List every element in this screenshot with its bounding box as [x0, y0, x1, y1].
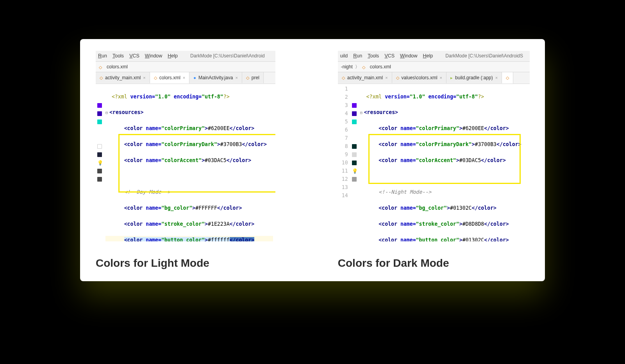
left-pane: Run Tools VCS Window Help DarkMode [C:\U… — [96, 51, 275, 269]
swatch-button-color — [352, 161, 357, 165]
xml-file-icon — [99, 64, 104, 70]
swatch-stroke-color — [97, 152, 102, 157]
close-icon[interactable]: × — [183, 75, 185, 81]
menu-window[interactable]: Window — [400, 52, 417, 60]
menu-help[interactable]: Help — [423, 52, 433, 60]
ide-right: uild Run Tools VCS Window Help DarkMode … — [338, 51, 530, 241]
menu-tools[interactable]: Tools — [112, 52, 124, 60]
close-icon[interactable]: × — [235, 75, 238, 81]
xml-file-icon — [246, 74, 249, 81]
menubar: Run Tools VCS Window Help DarkMode [C:\U… — [96, 51, 275, 62]
menu-run[interactable]: Run — [353, 52, 362, 60]
swatch-bg-color — [97, 144, 102, 149]
comparison-card: Run Tools VCS Window Help DarkMode [C:\U… — [80, 39, 545, 281]
breadcrumb: colors.xml — [96, 62, 275, 72]
line-number-gutter: 1234567891011121314 — [338, 84, 350, 241]
ide-left: Run Tools VCS Window Help DarkMode [C:\U… — [96, 51, 275, 241]
close-icon[interactable]: × — [495, 75, 498, 81]
xml-file-icon — [100, 74, 103, 81]
swatch-colorPrimary — [352, 103, 357, 108]
code-area[interactable]: <?xml version="1.0" encoding="utf-8"?> ⊟… — [105, 84, 275, 241]
gradle-file-icon — [450, 74, 453, 81]
xml-file-icon — [396, 74, 399, 81]
caption-left: Colors for Light Mode — [96, 257, 275, 269]
tab-prel[interactable]: prel — [242, 72, 264, 83]
menu-window[interactable]: Window — [145, 52, 162, 60]
java-file-icon — [193, 74, 196, 81]
tab-activity-main[interactable]: activity_main.xml× — [96, 72, 150, 83]
project-path: DarkMode [C:\Users\Daniel\Android — [190, 52, 265, 59]
chevron-right-icon: 〉 — [355, 63, 360, 70]
breadcrumb-file[interactable]: colors.xml — [370, 63, 391, 70]
swatch-version-text-color — [97, 177, 102, 182]
xml-file-icon — [506, 74, 509, 81]
breadcrumb-folder[interactable]: -night — [341, 63, 353, 70]
swatch-colorAccent — [97, 120, 102, 124]
code-area[interactable]: <?xml version="1.0" encoding="utf-8"?> ⊟… — [359, 84, 530, 241]
gutter-swatches: 💡 — [350, 84, 359, 241]
close-icon[interactable]: × — [385, 75, 388, 81]
right-pane: uild Run Tools VCS Window Help DarkMode … — [338, 51, 530, 269]
tab-build-gradle[interactable]: build.gradle (:app)× — [446, 72, 502, 83]
editor-tabs: activity_main.xml× values\colors.xml× bu… — [338, 72, 530, 84]
menu-run[interactable]: Run — [98, 52, 107, 60]
tab-colors[interactable]: colors.xml× — [150, 72, 189, 84]
swatch-stroke-color — [352, 152, 357, 157]
swatch-version-text-color — [352, 177, 357, 182]
project-path: DarkMode [C:\Users\Daniel\AndroidS — [445, 52, 523, 59]
menu-vcs[interactable]: VCS — [129, 52, 139, 60]
xml-file-icon — [362, 64, 368, 70]
xml-file-icon — [342, 74, 345, 81]
editor-tabs: activity_main.xml× colors.xml× MainActiv… — [96, 72, 275, 84]
menu-build-clip[interactable]: uild — [340, 52, 348, 60]
swatch-colorPrimaryDark — [97, 111, 102, 116]
lightbulb-icon[interactable]: 💡 — [97, 160, 103, 166]
tab-mainactivity[interactable]: MainActivity.java× — [189, 72, 242, 83]
lightbulb-icon[interactable]: 💡 — [352, 168, 358, 174]
menu-tools[interactable]: Tools — [368, 52, 379, 60]
breadcrumb: -night 〉 colors.xml — [338, 62, 530, 72]
swatch-title-text-color — [97, 169, 102, 173]
caption-right: Colors for Dark Mode — [338, 257, 530, 269]
swatch-colorAccent — [352, 120, 357, 124]
code-editor[interactable]: 1234567891011121314 💡 <?xml version="1.0… — [338, 84, 530, 241]
tab-colors-night[interactable] — [502, 72, 513, 84]
menubar: uild Run Tools VCS Window Help DarkMode … — [338, 51, 530, 62]
tab-values-colors[interactable]: values\colors.xml× — [392, 72, 446, 83]
menu-help[interactable]: Help — [168, 52, 178, 60]
swatch-bg-color — [352, 144, 357, 149]
breadcrumb-file[interactable]: colors.xml — [107, 63, 128, 70]
code-editor[interactable]: 💡 <?xml version="1.0" encoding="utf-8"?>… — [96, 84, 275, 241]
swatch-colorPrimaryDark — [352, 111, 357, 116]
tab-activity-main[interactable]: activity_main.xml× — [338, 72, 392, 83]
menu-vcs[interactable]: VCS — [384, 52, 395, 60]
swatch-colorPrimary — [97, 103, 102, 108]
xml-file-icon — [154, 74, 157, 81]
close-icon[interactable]: × — [143, 75, 145, 81]
close-icon[interactable]: × — [440, 75, 442, 81]
gutter-swatches: 💡 — [96, 84, 105, 241]
